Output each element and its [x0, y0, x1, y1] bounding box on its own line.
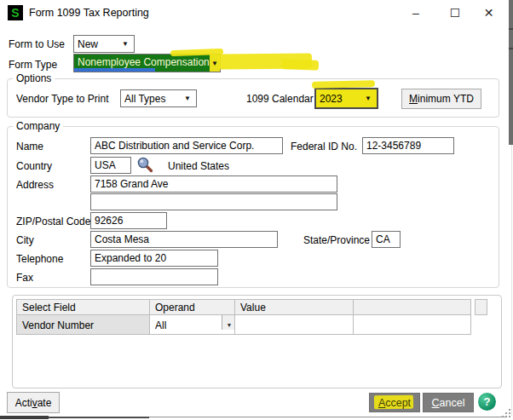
- form-to-use-select[interactable]: New ▼: [73, 35, 135, 53]
- country-label: Country: [16, 160, 52, 172]
- filter-table: Select Field Operand Value Vendor Number…: [16, 299, 487, 335]
- title-bar: S Form 1099 Tax Reporting – ☐ ✕: [0, 0, 506, 26]
- city-field[interactable]: [90, 231, 278, 248]
- cancel-text: ancel: [440, 397, 465, 409]
- activate-button[interactable]: Activate: [7, 392, 60, 413]
- minimum-ytd-text: inimum YTD: [418, 93, 474, 105]
- zip-label: ZIP/Postal Code: [16, 216, 90, 227]
- address-label: Address: [16, 179, 54, 191]
- state-label: State/Province: [303, 234, 370, 246]
- chevron-down-icon: ▼: [179, 95, 196, 102]
- value-cell[interactable]: [234, 314, 354, 335]
- maximize-button[interactable]: ☐: [439, 0, 471, 26]
- accept-key: A: [378, 397, 385, 409]
- options-group: Options Vendor Type to Print All Types ▼…: [7, 78, 499, 118]
- cancel-button[interactable]: Cancel: [423, 393, 474, 412]
- form-to-use-value: New: [74, 38, 117, 50]
- header-value: Value: [234, 299, 354, 315]
- name-field[interactable]: [90, 137, 283, 154]
- resize-grip[interactable]: [502, 409, 510, 417]
- background-scrollbar-strip: [509, 0, 513, 145]
- form-type-select[interactable]: Nonemployee Compensation ▼: [73, 54, 221, 72]
- activate-text-pre: Acti: [15, 397, 32, 409]
- form-type-label: Form Type: [9, 59, 57, 71]
- vendor-type-label: Vendor Type to Print: [16, 93, 109, 105]
- options-group-title: Options: [13, 72, 55, 84]
- vendor-type-select[interactable]: All Types ▼: [120, 89, 197, 107]
- cancel-key: C: [432, 397, 440, 409]
- accept-button[interactable]: Accept: [369, 393, 420, 412]
- app-icon: S: [8, 5, 23, 20]
- table-row: Vendor Number All ▼: [16, 315, 487, 335]
- name-label: Name: [16, 141, 43, 152]
- fax-label: Fax: [16, 272, 33, 284]
- chevron-down-icon: ▼: [360, 95, 377, 102]
- minimum-ytd-key: M: [409, 93, 418, 105]
- city-label: City: [16, 234, 34, 246]
- fax-field[interactable]: [90, 268, 218, 285]
- help-button[interactable]: ?: [478, 393, 496, 411]
- operand-select[interactable]: All ▼: [150, 315, 235, 330]
- country-field[interactable]: [90, 157, 131, 174]
- telephone-field[interactable]: [90, 250, 218, 267]
- filter-table-container: Select Field Operand Value Vendor Number…: [12, 295, 502, 388]
- highlight-marker: [218, 54, 312, 70]
- state-field[interactable]: [372, 231, 401, 248]
- company-group: Company Name Federal ID No. Country Unit…: [7, 126, 499, 288]
- close-button[interactable]: ✕: [471, 0, 506, 26]
- extra-cell[interactable]: [353, 314, 471, 335]
- address-line1-field[interactable]: [90, 175, 337, 193]
- form-to-use-label: Form to Use: [9, 38, 65, 50]
- chevron-down-icon: ▼: [210, 55, 220, 72]
- chevron-down-icon: ▼: [222, 315, 235, 330]
- selection-remnant: [74, 68, 155, 72]
- background-bottom-dark2: [49, 417, 149, 418]
- activate-text-post: ate: [37, 397, 52, 409]
- highlight-marker: [281, 59, 319, 71]
- header-scroll-spacer: [475, 299, 487, 315]
- header-blank: [353, 299, 471, 315]
- zip-field[interactable]: [90, 212, 167, 229]
- country-name-text: United States: [168, 160, 229, 172]
- federal-id-field[interactable]: [362, 137, 454, 154]
- chevron-down-icon: ▼: [117, 40, 134, 48]
- window-title: Form 1099 Tax Reporting: [29, 7, 149, 19]
- background-bottom-dark: [0, 416, 49, 419]
- calendar-year-value: 2023: [316, 93, 360, 105]
- telephone-label: Telephone: [16, 253, 63, 265]
- header-select-field: Select Field: [16, 299, 150, 315]
- operand-cell: All ▼: [149, 314, 235, 335]
- header-operand: Operand: [149, 299, 235, 315]
- calendar-year-select[interactable]: 2023 ▼: [314, 88, 378, 109]
- operand-value: All: [150, 315, 222, 330]
- company-group-title: Company: [13, 120, 63, 132]
- federal-id-label: Federal ID No.: [291, 141, 357, 152]
- accept-text: ccept: [385, 397, 411, 409]
- background-edge-line: [511, 145, 512, 416]
- form-1099-dialog: S Form 1099 Tax Reporting – ☐ ✕ Form to …: [0, 0, 513, 420]
- address-line2-field[interactable]: [90, 193, 337, 210]
- vendor-type-value: All Types: [121, 93, 179, 105]
- minimize-button[interactable]: –: [400, 0, 432, 26]
- filter-table-header: Select Field Operand Value: [16, 299, 487, 315]
- minimum-ytd-button[interactable]: Minimum YTD: [401, 89, 481, 109]
- country-lookup-button[interactable]: [136, 156, 153, 173]
- magnifier-icon: [136, 156, 153, 173]
- select-field-cell[interactable]: Vendor Number: [16, 314, 150, 335]
